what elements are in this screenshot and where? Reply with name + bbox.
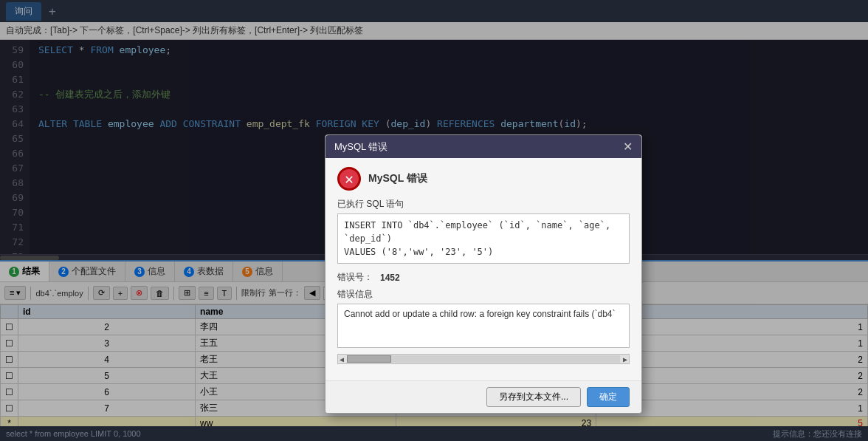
- sql-text-box: INSERT INTO `db4`.`employee` (`id`, `nam…: [337, 213, 630, 264]
- sql-section-label: 已执行 SQL 语句: [337, 198, 630, 211]
- scrollbar-track: [347, 355, 620, 363]
- modal-header: MySQL 错误 ✕: [326, 135, 641, 158]
- modal-scrollbar[interactable]: ◀ ▶: [337, 354, 630, 364]
- modal-title-row: ✕ MySQL 错误: [337, 167, 630, 191]
- modal-overlay: MySQL 错误 ✕ ✕ MySQL 错误 已执行 SQL 语句 INSERT …: [0, 0, 868, 441]
- scroll-left-btn[interactable]: ◀: [338, 355, 345, 363]
- modal-body: ✕ MySQL 错误 已执行 SQL 语句 INSERT INTO `db4`.…: [326, 158, 641, 380]
- sql-line1: INSERT INTO `db4`.`employee` (`id`, `nam…: [344, 219, 623, 245]
- modal-error-title: MySQL 错误: [368, 172, 427, 185]
- error-num-value: 1452: [380, 273, 400, 283]
- scroll-right-btn[interactable]: ▶: [621, 355, 629, 363]
- modal-title: MySQL 错误: [334, 140, 388, 154]
- modal-close-button[interactable]: ✕: [623, 140, 633, 154]
- modal-footer: 另存到文本文件... 确定: [326, 380, 641, 413]
- error-modal: MySQL 错误 ✕ ✕ MySQL 错误 已执行 SQL 语句 INSERT …: [325, 134, 642, 414]
- error-msg-label: 错误信息: [337, 288, 630, 301]
- sql-line2: VALUES ('8','ww', '23', '5'): [344, 245, 623, 259]
- error-msg-text: Cannot add or update a child row: a fore…: [344, 309, 616, 319]
- error-msg-box: Cannot add or update a child row: a fore…: [337, 304, 630, 348]
- scrollbar-thumb[interactable]: [347, 355, 391, 363]
- ok-button[interactable]: 确定: [587, 387, 630, 407]
- save-to-file-button[interactable]: 另存到文本文件...: [486, 387, 581, 407]
- error-num-label: 错误号：: [337, 271, 373, 284]
- error-icon: ✕: [337, 167, 361, 191]
- error-num-row: 错误号： 1452: [337, 271, 630, 284]
